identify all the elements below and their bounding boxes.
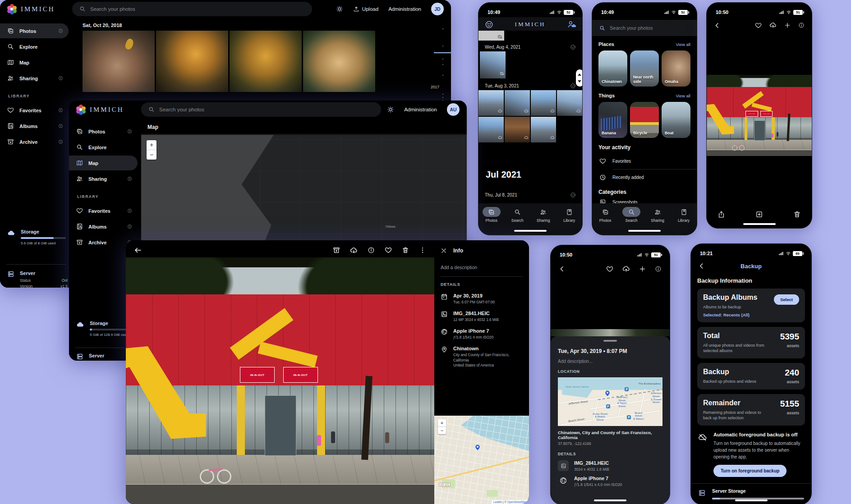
- delete-button[interactable]: [402, 247, 409, 254]
- thing-card[interactable]: Boat: [662, 102, 690, 138]
- sidebar-item-sharing[interactable]: Sharing: [0, 71, 69, 86]
- photo-thumbnail[interactable]: [505, 90, 530, 116]
- photo-thumbnail[interactable]: [478, 31, 504, 41]
- photo-thumbnail[interactable]: [478, 90, 504, 116]
- photo-thumbnail[interactable]: [505, 117, 530, 142]
- sidebar-item-archive[interactable]: Archive: [0, 134, 69, 149]
- add-description-field[interactable]: Add description...: [551, 354, 670, 364]
- avatar[interactable]: AU: [447, 103, 460, 116]
- select-all-icon[interactable]: [570, 192, 576, 198]
- photo-in-n-out[interactable]: IN-N-OUT IN-N-OUT: [707, 75, 812, 156]
- nav-sharing[interactable]: Sharing: [644, 207, 671, 223]
- info-button[interactable]: [655, 266, 662, 272]
- immich-logo[interactable]: IMMICH: [69, 105, 141, 115]
- nav-photos[interactable]: Photos: [478, 207, 505, 223]
- home-indicator[interactable]: [743, 223, 776, 225]
- back-button[interactable]: [134, 246, 142, 254]
- photo-thumbnail[interactable]: [531, 90, 556, 116]
- photo-thumbnail[interactable]: [83, 31, 155, 92]
- profile-face-icon[interactable]: [485, 20, 493, 29]
- home-indicator[interactable]: [594, 499, 626, 501]
- immich-logo[interactable]: IMMICH: [0, 4, 72, 14]
- archive-button[interactable]: [333, 247, 340, 254]
- sidebar-item-sharing[interactable]: Sharing: [69, 171, 138, 186]
- places-view-all[interactable]: View all: [676, 42, 690, 47]
- select-all-icon[interactable]: [570, 83, 576, 89]
- search-input[interactable]: Search your photos: [141, 102, 381, 117]
- backup-cloud-icon[interactable]: [567, 20, 576, 29]
- sidebar-item-favorites[interactable]: Favorites: [0, 103, 69, 118]
- select-all-icon[interactable]: [570, 44, 576, 50]
- sidebar-item-albums[interactable]: Albums: [0, 119, 69, 133]
- nav-library[interactable]: Library: [671, 207, 697, 223]
- upload-cloud-button[interactable]: [622, 265, 630, 273]
- sidebar-item-map[interactable]: Map: [69, 156, 138, 170]
- search-input[interactable]: Search your photos: [72, 2, 312, 16]
- place-card[interactable]: Near north side: [630, 50, 659, 87]
- avatar[interactable]: JD: [431, 3, 444, 15]
- nav-photos[interactable]: Photos: [592, 207, 618, 223]
- nav-library[interactable]: Library: [557, 207, 583, 223]
- search-input[interactable]: Search your photos: [592, 20, 697, 36]
- thing-card[interactable]: Banana: [598, 102, 627, 138]
- back-button[interactable]: [559, 266, 566, 272]
- favorite-button[interactable]: [385, 247, 392, 254]
- close-icon[interactable]: [441, 247, 447, 254]
- back-button[interactable]: [714, 22, 721, 29]
- turn-on-foreground-backup-button[interactable]: Turn on foreground backup: [713, 465, 787, 477]
- home-indicator[interactable]: [514, 230, 547, 232]
- upload-button[interactable]: Upload: [353, 6, 378, 12]
- favorites-row[interactable]: Favorites: [592, 153, 697, 169]
- zoom-in-button[interactable]: +: [438, 419, 446, 426]
- location-map[interactable]: The Embarcadero Hyde Street Harbor Jeffe…: [558, 377, 662, 426]
- delete-button[interactable]: [793, 211, 801, 218]
- info-bottom-sheet[interactable]: Tue, Apr 30, 2019 • 8:07 PM Add descript…: [551, 336, 670, 504]
- share-button[interactable]: [718, 211, 725, 218]
- photo-thumbnail[interactable]: [156, 31, 228, 92]
- add-button[interactable]: [784, 22, 791, 28]
- administration-link[interactable]: Administration: [388, 6, 421, 12]
- place-card[interactable]: Omaha: [662, 50, 690, 87]
- things-view-all[interactable]: View all: [676, 93, 690, 98]
- nav-sharing[interactable]: Sharing: [530, 207, 557, 223]
- photo-thumbnail[interactable]: [480, 51, 506, 78]
- info-button[interactable]: [798, 22, 805, 28]
- timeline-scrubber-handle[interactable]: [576, 69, 583, 87]
- back-button[interactable]: [698, 262, 705, 270]
- info-button[interactable]: [368, 247, 375, 254]
- photo-edge-strip[interactable]: [551, 329, 670, 336]
- photo-thumbnail[interactable]: [557, 90, 582, 116]
- detail-mini-map[interactable]: + − US 101 Leaflet | © OpenStreetMap: [434, 416, 529, 504]
- add-to-album-button[interactable]: [755, 211, 763, 218]
- nav-search[interactable]: Search: [618, 207, 644, 223]
- download-button[interactable]: [350, 247, 358, 254]
- zoom-in-button[interactable]: +: [147, 140, 156, 150]
- more-options-button[interactable]: [419, 247, 426, 254]
- photo-thumbnail[interactable]: [303, 31, 375, 92]
- add-button[interactable]: [639, 266, 646, 272]
- administration-link[interactable]: Administration: [404, 107, 437, 112]
- zoom-out-button[interactable]: −: [438, 426, 446, 434]
- sidebar-item-photos[interactable]: Photos: [0, 23, 69, 38]
- theme-toggle-icon[interactable]: [387, 106, 394, 113]
- home-indicator[interactable]: [735, 499, 768, 501]
- recently-added-row[interactable]: Recently added: [592, 170, 697, 185]
- map-zoom-control[interactable]: + −: [147, 140, 156, 160]
- zoom-out-button[interactable]: −: [147, 150, 156, 160]
- sidebar-item-map[interactable]: Map: [0, 55, 69, 70]
- home-indicator[interactable]: [628, 230, 661, 232]
- photo-thumbnail[interactable]: [531, 117, 556, 142]
- favorite-button[interactable]: [606, 266, 613, 273]
- upload-cloud-button[interactable]: [769, 22, 777, 29]
- add-description-field[interactable]: Add a description: [434, 257, 529, 276]
- nav-search[interactable]: Search: [505, 207, 531, 223]
- photo-thumbnail[interactable]: [478, 117, 504, 142]
- favorite-button[interactable]: [755, 22, 762, 29]
- photo-thumbnail[interactable]: [230, 31, 302, 92]
- sidebar-item-photos[interactable]: Photos: [69, 124, 138, 139]
- place-card[interactable]: Chinatown: [598, 50, 627, 87]
- select-albums-button[interactable]: Select: [774, 294, 799, 305]
- sidebar-item-explore[interactable]: Explore: [69, 140, 138, 155]
- sidebar-item-albums[interactable]: Albums: [69, 219, 138, 234]
- sidebar-item-favorites[interactable]: Favorites: [69, 203, 138, 218]
